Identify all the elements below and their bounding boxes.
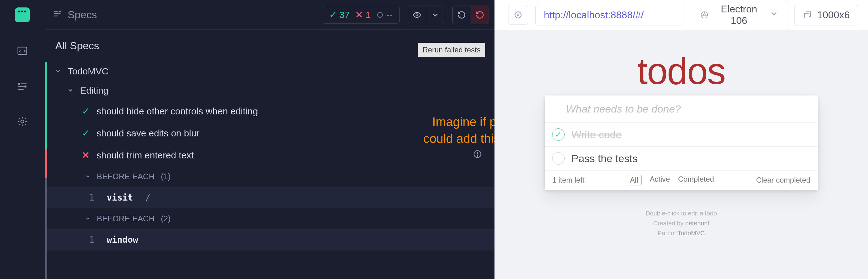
runner-header: Specs ✓ 37 ✕ 1 --: [45, 0, 495, 30]
viewport-size-button[interactable]: 1000x6: [795, 5, 858, 26]
pending-count: --: [376, 10, 393, 20]
aut-panel: http://localhost:8888/#/ Electron 106 10…: [495, 0, 868, 279]
browser-select-button[interactable]: Electron 106: [692, 0, 787, 31]
aut-url-text: http://localhost:8888/#/: [544, 9, 644, 21]
preview-dropdown-button[interactable]: [426, 6, 444, 24]
rerun-controls: [452, 6, 489, 24]
new-todo-input[interactable]: What needs to be done?: [545, 96, 818, 123]
svg-point-9: [416, 14, 418, 16]
todo-text: Pass the tests: [571, 152, 638, 165]
command-name: window: [107, 235, 138, 245]
credit-link[interactable]: TodoMVC: [678, 230, 705, 237]
todo-item[interactable]: Pass the tests: [545, 147, 818, 171]
toggle-complete-checkbox[interactable]: [552, 128, 565, 141]
aut-toolbar: http://localhost:8888/#/ Electron 106 10…: [495, 0, 868, 30]
suite-row-editing[interactable]: Editing: [45, 81, 495, 100]
hook-index: (1): [161, 172, 170, 181]
selector-playground-button[interactable]: [508, 5, 528, 25]
specs-title-text: Specs: [68, 9, 97, 21]
svg-point-20: [704, 14, 706, 16]
command-arg: /: [145, 193, 151, 203]
check-icon: ✓: [82, 106, 90, 116]
todos-title: todos: [524, 49, 838, 92]
hook-row[interactable]: BEFORE EACH (1): [45, 166, 495, 187]
svg-point-13: [515, 12, 521, 18]
pass-count: ✓ 37: [329, 9, 350, 20]
filter-active[interactable]: Active: [650, 175, 670, 185]
suite-label: TodoMVC: [68, 66, 108, 77]
credit-link[interactable]: petehunt: [685, 220, 710, 226]
app-logo: [15, 7, 30, 22]
rerun-all-button[interactable]: [453, 6, 471, 24]
svg-point-12: [477, 155, 478, 156]
runner-panel: Specs ✓ 37 ✕ 1 -- R: [45, 0, 495, 279]
svg-point-8: [377, 12, 382, 18]
hook-row[interactable]: BEFORE EACH (2): [45, 208, 495, 229]
specs-title[interactable]: Specs: [53, 9, 97, 21]
hook-label: BEFORE EACH: [97, 172, 154, 181]
aut-url-button[interactable]: http://localhost:8888/#/: [535, 5, 684, 26]
todo-app: What needs to be done? Write code Pass t…: [545, 96, 818, 190]
items-left: 1 item left: [552, 176, 585, 184]
gear-icon[interactable]: [16, 115, 29, 128]
svg-point-14: [517, 14, 519, 16]
todo-footer: 1 item left All Active Completed Clear c…: [545, 171, 818, 190]
command-row[interactable]: 1 window: [45, 229, 495, 250]
view-controls: [408, 6, 444, 24]
command-row[interactable]: 1 visit /: [45, 187, 495, 208]
chevron-down-icon: [85, 214, 91, 223]
test-title: should save edits on blur: [96, 128, 199, 139]
specs-expand-icon: [53, 9, 62, 21]
result-counts: ✓ 37 ✕ 1 --: [322, 6, 400, 24]
suite-label: Editing: [80, 85, 108, 96]
svg-rect-0: [18, 47, 27, 55]
line-number: 1: [85, 193, 94, 203]
test-row-failed[interactable]: ✕ should trim entered text: [45, 144, 495, 166]
x-icon: ✕: [82, 150, 90, 161]
status-bar-pending: [45, 178, 47, 279]
todo-text: Write code: [571, 129, 622, 141]
hook-index: (2): [161, 214, 170, 223]
test-title: should hide other controls when editing: [96, 106, 258, 116]
line-number: 1: [85, 235, 94, 245]
chevron-down-icon: [769, 9, 779, 21]
todo-item[interactable]: Write code: [545, 123, 818, 147]
svg-point-1: [19, 83, 20, 84]
test-row[interactable]: ✓ should hide other controls when editin…: [45, 100, 495, 122]
test-row[interactable]: ✓ should save edits on blur: [45, 122, 495, 144]
hook-label: BEFORE EACH: [97, 214, 154, 223]
viewport-size-text: 1000x6: [817, 9, 850, 21]
left-rail: [0, 0, 45, 279]
credits: Double-click to edit a todo Created by p…: [524, 208, 838, 238]
chevron-down-icon: [55, 66, 61, 77]
browser-name: Electron 106: [714, 3, 765, 26]
error-info-icon[interactable]: [473, 149, 482, 161]
command-name: visit: [107, 193, 133, 203]
filter-all[interactable]: All: [627, 175, 642, 185]
chevron-down-icon: [85, 172, 91, 181]
toggle-complete-checkbox[interactable]: [552, 152, 565, 165]
status-bar-pass: [45, 62, 47, 150]
suite-row-todomvc[interactable]: TodoMVC: [45, 62, 495, 81]
filters: All Active Completed: [627, 175, 714, 185]
clear-completed[interactable]: Clear completed: [756, 176, 810, 184]
toggle-preview-button[interactable]: [408, 6, 426, 24]
svg-point-7: [21, 120, 24, 123]
chevron-down-icon: [67, 85, 74, 96]
aut-canvas: todos What needs to be done? Write code …: [495, 30, 868, 279]
fail-count: ✕ 1: [355, 9, 371, 20]
list-settings-icon[interactable]: [16, 79, 29, 93]
filter-completed[interactable]: Completed: [678, 175, 714, 185]
spec-tree: TodoMVC Editing ✓ should hide other cont…: [45, 62, 495, 279]
test-title: should trim entered text: [96, 150, 194, 161]
rerun-failed-tooltip: Rerun failed tests: [418, 43, 485, 57]
check-icon: ✓: [82, 128, 90, 139]
code-icon[interactable]: [16, 44, 29, 58]
rerun-failed-button[interactable]: [471, 6, 489, 24]
